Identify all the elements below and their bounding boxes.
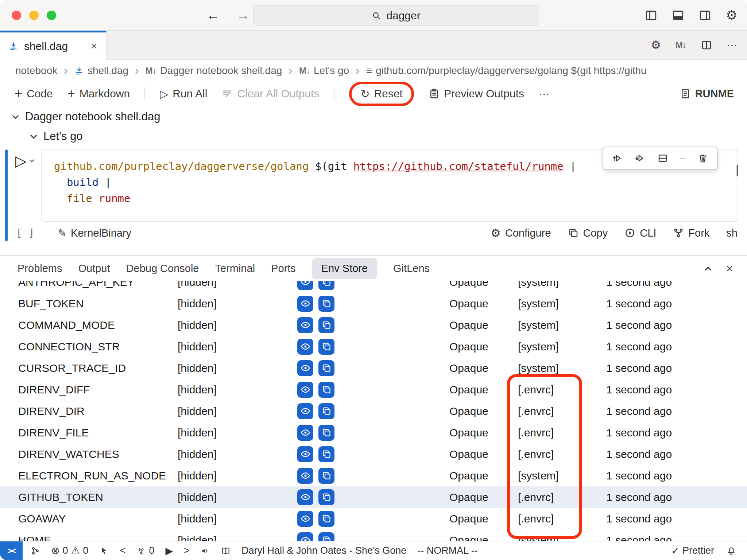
toggle-panel-icon[interactable]: [672, 9, 684, 22]
code-link[interactable]: https://github.com/stateful/runme: [353, 160, 564, 172]
close-tab-icon[interactable]: ×: [90, 39, 97, 53]
breadcrumb-notebook[interactable]: notebook: [15, 65, 57, 77]
command-center-search[interactable]: dagger: [253, 5, 539, 26]
cli-button[interactable]: CLI: [624, 227, 656, 239]
reading-book-icon[interactable]: [221, 546, 231, 556]
reveal-secret-button[interactable]: [297, 446, 313, 462]
env-table-row[interactable]: DIRENV_FILE [hidden] Opaque [.envrc] 1 s…: [0, 422, 747, 443]
reveal-secret-button[interactable]: [297, 296, 313, 312]
reveal-secret-button[interactable]: [297, 468, 313, 484]
preview-outputs-button[interactable]: Preview Outputs: [429, 88, 524, 100]
panel-tab-ports[interactable]: Ports: [271, 262, 296, 275]
chevron-down-icon[interactable]: [12, 112, 19, 119]
env-table-row[interactable]: DIRENV_DIFF [hidden] Opaque [.envrc] 1 s…: [0, 379, 747, 400]
media-play-button[interactable]: ▶: [165, 545, 173, 557]
split-cell-icon[interactable]: [657, 153, 668, 164]
reset-button[interactable]: ↻ Reset: [360, 88, 403, 100]
add-code-cell-button[interactable]: + Code: [15, 87, 53, 100]
reveal-secret-button[interactable]: [297, 403, 313, 419]
toggle-sidebar-icon[interactable]: [645, 9, 657, 22]
kernel-badge-icon[interactable]: M↓: [676, 40, 686, 50]
history-back-button[interactable]: ←: [206, 7, 220, 23]
reveal-secret-button[interactable]: [297, 511, 313, 527]
copy-secret-button[interactable]: [318, 532, 334, 541]
split-editor-icon[interactable]: [701, 40, 712, 51]
copy-secret-button[interactable]: [318, 317, 334, 333]
env-table-row[interactable]: HOME [hidden] Opaque [system] 1 second a…: [0, 529, 747, 541]
notifications-bell-icon[interactable]: [727, 546, 736, 556]
reveal-secret-button[interactable]: [297, 425, 313, 441]
ports-status[interactable]: 0: [136, 545, 154, 556]
reveal-secret-button[interactable]: [297, 489, 313, 505]
env-table-row[interactable]: GOAWAY [hidden] Opaque [.envrc] 1 second…: [0, 508, 747, 529]
copy-secret-button[interactable]: [318, 339, 334, 355]
reveal-secret-button[interactable]: [297, 532, 313, 541]
env-table-row[interactable]: CONNECTION_STR [hidden] Opaque [system] …: [0, 336, 747, 357]
media-previous-button[interactable]: <: [120, 545, 126, 556]
history-forward-button[interactable]: →: [236, 7, 250, 23]
panel-tab-env-store[interactable]: Env Store: [312, 258, 377, 279]
execute-below-icon[interactable]: [635, 153, 646, 164]
panel-tab-terminal[interactable]: Terminal: [215, 262, 255, 275]
notebook-section-heading[interactable]: Dagger notebook shell.dag: [0, 106, 747, 127]
pointer-icon[interactable]: [100, 546, 109, 556]
panel-tab-debug-console[interactable]: Debug Console: [126, 262, 199, 275]
now-playing-label[interactable]: Daryl Hall & John Oates - She's Gone: [241, 545, 406, 556]
execute-above-icon[interactable]: [612, 153, 623, 164]
run-all-button[interactable]: ▷ Run All: [160, 88, 207, 100]
panel-tab-gitlens[interactable]: GitLens: [393, 262, 430, 275]
copy-secret-button[interactable]: [318, 511, 334, 527]
problems-status[interactable]: ⊗ 0 ⚠ 0: [51, 545, 89, 557]
reveal-secret-button[interactable]: [297, 382, 313, 398]
breadcrumb-section-2[interactable]: M↓ Let's go: [299, 65, 349, 77]
remote-indicator[interactable]: ><: [0, 541, 23, 560]
fork-button[interactable]: Fork: [673, 227, 709, 239]
env-table-row[interactable]: ELECTRON_RUN_AS_NODE [hidden] Opaque [sy…: [0, 465, 747, 486]
copy-secret-button[interactable]: [318, 489, 334, 505]
reveal-secret-button[interactable]: [297, 281, 313, 290]
media-next-button[interactable]: >: [184, 545, 190, 556]
breadcrumb-section-1[interactable]: M↓ Dagger notebook shell.dag: [146, 65, 282, 77]
delete-cell-icon[interactable]: [697, 153, 708, 164]
tab-shell-dag[interactable]: shell.dag ×: [0, 31, 107, 60]
panel-tab-output[interactable]: Output: [78, 262, 110, 275]
run-options-chevron-icon[interactable]: [30, 158, 34, 162]
chevron-down-icon[interactable]: [30, 132, 37, 139]
copy-secret-button[interactable]: [318, 468, 334, 484]
notebook-subsection-heading[interactable]: Let's go: [0, 127, 747, 146]
configure-button[interactable]: ⚙ Configure: [491, 227, 551, 239]
runme-button[interactable]: RUNME: [680, 88, 734, 100]
env-table-row[interactable]: BUF_TOKEN [hidden] Opaque [system] 1 sec…: [0, 293, 747, 314]
source-control-graph-icon[interactable]: [31, 546, 40, 556]
run-cell-button[interactable]: ▷: [15, 152, 34, 169]
close-window-button[interactable]: [12, 11, 21, 20]
toolbar-more-actions-icon[interactable]: ⋯: [539, 88, 550, 100]
add-markdown-cell-button[interactable]: + Markdown: [67, 87, 130, 100]
editor-more-actions-icon[interactable]: ⋯: [727, 39, 738, 51]
volume-icon[interactable]: [201, 546, 210, 556]
kernel-selector-button[interactable]: ✎ KernelBinary: [58, 227, 132, 239]
breadcrumb-cell[interactable]: ≡ github.com/purpleclay/daggerverse/gola…: [366, 65, 647, 77]
settings-gear-icon[interactable]: ⚙: [726, 9, 738, 22]
panel-tab-problems[interactable]: Problems: [18, 262, 62, 275]
copy-secret-button[interactable]: [318, 446, 334, 462]
breadcrumb-file[interactable]: shell.dag: [74, 65, 128, 77]
env-store-table[interactable]: ANTHROPIC_API_KEY [hidden] Opaque [syste…: [0, 281, 747, 541]
env-table-row[interactable]: DIRENV_DIR [hidden] Opaque [.envrc] 1 se…: [0, 400, 747, 422]
clear-all-outputs-button[interactable]: Clear All Outputs: [222, 88, 319, 100]
notebook-settings-gear-icon[interactable]: ⚙: [651, 39, 661, 51]
env-table-row[interactable]: GITHUB_TOKEN [hidden] Opaque [.envrc] 1 …: [0, 486, 747, 508]
copy-cell-button[interactable]: Copy: [568, 227, 608, 239]
reveal-secret-button[interactable]: [297, 339, 313, 355]
env-table-row[interactable]: ANTHROPIC_API_KEY [hidden] Opaque [syste…: [0, 281, 747, 293]
copy-secret-button[interactable]: [318, 403, 334, 419]
env-table-row[interactable]: COMMAND_MODE [hidden] Opaque [system] 1 …: [0, 314, 747, 336]
cell-more-actions-icon[interactable]: ⋯: [680, 155, 686, 162]
copy-secret-button[interactable]: [318, 382, 334, 398]
copy-secret-button[interactable]: [318, 425, 334, 441]
env-table-row[interactable]: CURSOR_TRACE_ID [hidden] Opaque [system]…: [0, 357, 747, 379]
copy-secret-button[interactable]: [318, 296, 334, 312]
toggle-secondary-sidebar-icon[interactable]: [699, 9, 711, 22]
maximize-panel-icon[interactable]: [705, 267, 711, 273]
copy-secret-button[interactable]: [318, 281, 334, 290]
